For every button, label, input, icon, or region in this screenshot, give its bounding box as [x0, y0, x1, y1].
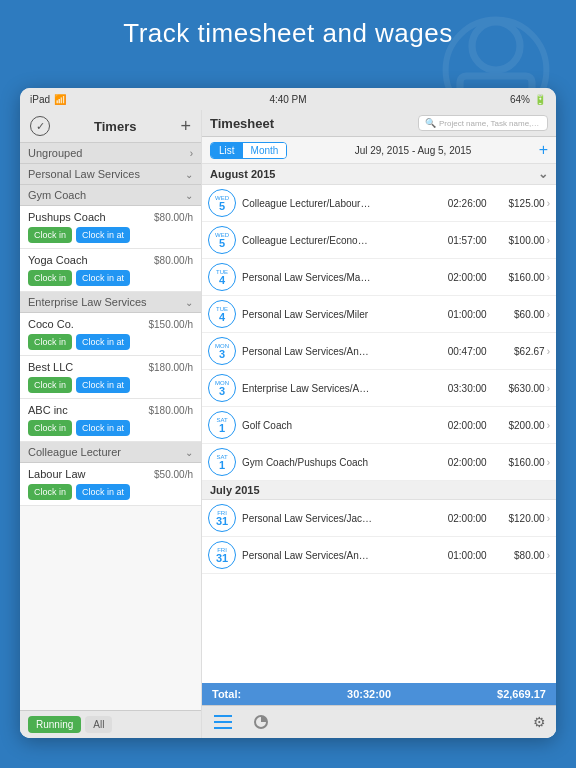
view-month-button[interactable]: Month: [243, 143, 287, 158]
group-colleague-lecturer[interactable]: Colleague Lecturer ⌄: [20, 442, 201, 463]
group-ungrouped[interactable]: Ungrouped ›: [20, 143, 201, 164]
abc-clock-in-at-button[interactable]: Clock in at: [76, 420, 130, 436]
ts-amount: $630.00: [495, 383, 545, 394]
table-row[interactable]: Mon 3 Personal Law Services/An… 00:47:00…: [202, 333, 556, 370]
right-panel: Timesheet 🔍 Project name, Task name, Rec…: [202, 110, 556, 738]
device-name: iPad: [30, 94, 50, 105]
search-box[interactable]: 🔍 Project name, Task name, Record note: [418, 115, 548, 131]
row-chevron-icon: ›: [547, 550, 550, 561]
timer-labour-law: Labour Law $50.00/h Clock in Clock in at: [20, 463, 201, 506]
group-gym-coach-label: Gym Coach: [28, 189, 86, 201]
timer-pushups-rate: $80.00/h: [154, 212, 193, 223]
timer-list: Ungrouped › Personal Law Services ⌄ Gym …: [20, 143, 201, 710]
total-bar: Total: 30:32:00 $2,669.17: [202, 683, 556, 705]
wifi-icon: 📶: [54, 94, 66, 105]
total-label: Total:: [212, 688, 241, 700]
search-placeholder: Project name, Task name, Record note: [439, 119, 541, 128]
ts-duration: 02:00:00: [437, 272, 487, 283]
timer-abc-rate: $180.00/h: [149, 405, 194, 416]
tab-all[interactable]: All: [85, 716, 112, 733]
yoga-clock-in-button[interactable]: Clock in: [28, 270, 72, 286]
yoga-clock-in-at-button[interactable]: Clock in at: [76, 270, 130, 286]
ts-entry-name: Personal Law Services/Ma…: [242, 272, 429, 283]
ts-entry-name: Personal Law Services/Jac…: [242, 513, 429, 524]
table-row[interactable]: Mon 3 Enterprise Law Services/A… 03:30:0…: [202, 370, 556, 407]
best-clock-in-button[interactable]: Clock in: [28, 377, 72, 393]
timer-abc-inc: ABC inc $180.00/h Clock in Clock in at: [20, 399, 201, 442]
row-chevron-icon: ›: [547, 420, 550, 431]
ts-entry-name: Gym Coach/Pushups Coach: [242, 457, 429, 468]
timer-yoga-rate: $80.00/h: [154, 255, 193, 266]
table-row[interactable]: Fri 31 Personal Law Services/Jac… 02:00:…: [202, 500, 556, 537]
row-chevron-icon: ›: [547, 346, 550, 357]
right-panel-header: Timesheet 🔍 Project name, Task name, Rec…: [202, 110, 556, 137]
status-time: 4:40 PM: [269, 94, 306, 105]
ts-amount: $160.00: [495, 457, 545, 468]
table-row[interactable]: Wed 5 Colleague Lecturer/Econo… 01:57:00…: [202, 222, 556, 259]
pushups-clock-in-at-button[interactable]: Clock in at: [76, 227, 130, 243]
timer-yoga-name: Yoga Coach: [28, 254, 88, 266]
group-enterprise-law[interactable]: Enterprise Law Services ⌄: [20, 292, 201, 313]
check-icon[interactable]: ✓: [30, 116, 50, 136]
ts-amount: $60.00: [495, 309, 545, 320]
group-enterprise-law-label: Enterprise Law Services: [28, 296, 147, 308]
ts-amount: $160.00: [495, 272, 545, 283]
date-badge: Fri 31: [208, 504, 236, 532]
timer-best-llc: Best LLC $180.00/h Clock in Clock in at: [20, 356, 201, 399]
right-panel-toolbar: ⚙: [202, 705, 556, 738]
row-chevron-icon: ›: [547, 513, 550, 524]
battery-level: 64%: [510, 94, 530, 105]
view-toggle: List Month: [210, 142, 287, 159]
total-duration: 30:32:00: [347, 688, 391, 700]
ts-entry-name: Colleague Lecturer/Labour…: [242, 198, 429, 209]
add-entry-button[interactable]: +: [539, 141, 548, 159]
abc-clock-in-button[interactable]: Clock in: [28, 420, 72, 436]
section-collapse-icon[interactable]: ⌄: [538, 167, 548, 181]
view-list-button[interactable]: List: [211, 143, 243, 158]
coco-clock-in-at-button[interactable]: Clock in at: [76, 334, 130, 350]
timer-labour-name: Labour Law: [28, 468, 86, 480]
table-row[interactable]: Tue 4 Personal Law Services/Miler 01:00:…: [202, 296, 556, 333]
chevron-down-icon-2: ⌄: [185, 190, 193, 201]
section-july-2015: July 2015: [202, 481, 556, 500]
section-august-2015: August 2015 ⌄: [202, 164, 556, 185]
date-badge: Fri 31: [208, 541, 236, 569]
table-row[interactable]: Wed 5 Colleague Lecturer/Labour… 02:26:0…: [202, 185, 556, 222]
ts-amount: $100.00: [495, 235, 545, 246]
tab-running[interactable]: Running: [28, 716, 81, 733]
labour-clock-in-at-button[interactable]: Clock in at: [76, 484, 130, 500]
svg-point-0: [472, 22, 520, 70]
group-personal-law-label: Personal Law Services: [28, 168, 140, 180]
pushups-clock-in-button[interactable]: Clock in: [28, 227, 72, 243]
labour-clock-in-button[interactable]: Clock in: [28, 484, 72, 500]
ts-entry-name: Personal Law Services/An…: [242, 550, 429, 561]
ts-duration: 01:00:00: [437, 550, 487, 561]
table-row[interactable]: Tue 4 Personal Law Services/Ma… 02:00:00…: [202, 259, 556, 296]
row-chevron-icon: ›: [547, 383, 550, 394]
list-view-icon[interactable]: [212, 711, 234, 733]
coco-clock-in-button[interactable]: Clock in: [28, 334, 72, 350]
group-personal-law[interactable]: Personal Law Services ⌄: [20, 164, 201, 185]
best-clock-in-at-button[interactable]: Clock in at: [76, 377, 130, 393]
ts-duration: 01:00:00: [437, 309, 487, 320]
date-badge: Tue 4: [208, 263, 236, 291]
left-panel: ✓ Timers + Ungrouped › Personal Law Serv…: [20, 110, 202, 738]
table-row[interactable]: Sat 1 Gym Coach/Pushups Coach 02:00:00 $…: [202, 444, 556, 481]
date-badge: Sat 1: [208, 448, 236, 476]
settings-icon[interactable]: ⚙: [533, 714, 546, 730]
table-row[interactable]: Fri 31 Personal Law Services/An… 01:00:0…: [202, 537, 556, 574]
add-timer-button[interactable]: +: [180, 117, 191, 135]
group-gym-coach[interactable]: Gym Coach ⌄: [20, 185, 201, 206]
timesheet-title: Timesheet: [210, 116, 274, 131]
date-badge: Wed 5: [208, 189, 236, 217]
ts-amount: $120.00: [495, 513, 545, 524]
chart-view-icon[interactable]: [250, 711, 272, 733]
row-chevron-icon: ›: [547, 457, 550, 468]
bottom-icons: [212, 711, 272, 733]
timer-labour-rate: $50.00/h: [154, 469, 193, 480]
svg-rect-3: [214, 715, 232, 717]
ts-duration: 02:00:00: [437, 420, 487, 431]
table-row[interactable]: Sat 1 Golf Coach 02:00:00 $200.00 ›: [202, 407, 556, 444]
timer-abc-name: ABC inc: [28, 404, 68, 416]
right-toolbar: List Month Jul 29, 2015 - Aug 5, 2015 +: [202, 137, 556, 164]
